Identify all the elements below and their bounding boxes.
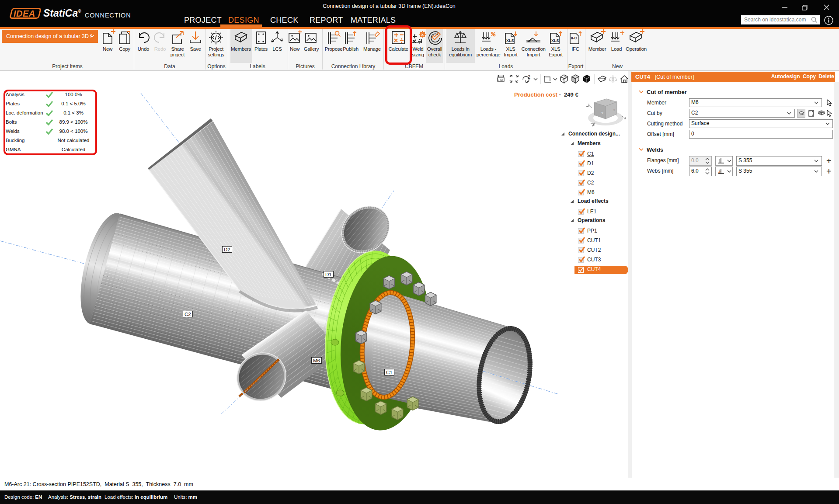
svg-text:2: 2 xyxy=(528,74,530,80)
svg-text:z: z xyxy=(610,99,612,102)
svg-text:XLS: XLS xyxy=(506,38,514,43)
svg-text:Y: Y xyxy=(601,111,604,115)
svg-text:XLS: XLS xyxy=(551,38,559,43)
svg-text:IFC: IFC xyxy=(571,36,577,40)
svg-text:x: x xyxy=(613,108,615,111)
